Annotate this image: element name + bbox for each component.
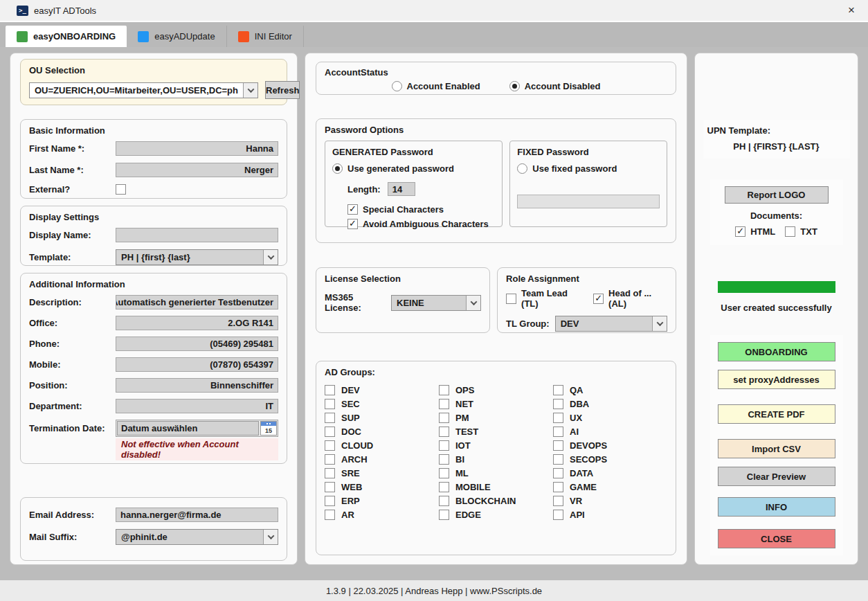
ad-group-checkbox[interactable] — [325, 510, 335, 520]
tl-group-select[interactable]: DEV — [555, 316, 667, 332]
ad-group-checkbox[interactable] — [439, 510, 449, 520]
ad-group-option[interactable]: BI — [439, 452, 553, 466]
external-checkbox[interactable] — [116, 184, 126, 195]
ad-group-checkbox[interactable] — [553, 482, 563, 492]
ad-group-option[interactable]: DEVOPS — [553, 438, 667, 452]
ad-group-option[interactable]: ERP — [325, 494, 439, 508]
ad-group-option[interactable]: TEST — [439, 424, 553, 438]
ad-group-option[interactable]: NET — [439, 397, 553, 411]
ad-group-checkbox[interactable] — [439, 385, 449, 395]
info-button[interactable]: INFO — [718, 497, 835, 517]
ad-group-option[interactable]: WEB — [325, 480, 439, 494]
ms365-license-select[interactable]: KEINE — [391, 295, 481, 311]
ad-group-option[interactable]: ML — [439, 466, 553, 480]
termination-date-input[interactable]: Datum auswählen — [117, 421, 259, 436]
termination-date-picker[interactable]: Datum auswählen 15 — [116, 420, 278, 437]
ad-group-checkbox[interactable] — [325, 399, 335, 409]
ad-group-option[interactable]: DEV — [325, 383, 439, 397]
report-logo-button[interactable]: Report LOGO — [725, 186, 829, 204]
ad-group-checkbox[interactable] — [439, 399, 449, 409]
account-disabled-radio[interactable] — [509, 81, 520, 91]
ad-group-checkbox[interactable] — [439, 482, 449, 492]
ad-group-checkbox[interactable] — [325, 482, 335, 492]
generated-password-radio[interactable] — [332, 163, 343, 174]
ad-group-checkbox[interactable] — [553, 510, 563, 520]
field-input[interactable]: IT — [116, 399, 278, 413]
account-disabled-option[interactable]: Account Disabled — [509, 81, 601, 91]
fixed-password-radio[interactable] — [517, 163, 527, 174]
create-pdf-button[interactable]: CREATE PDF — [718, 404, 835, 424]
ad-group-option[interactable]: BLOCKCHAIN — [439, 494, 553, 508]
team-lead-option[interactable]: Team Lead (TL) — [506, 288, 582, 309]
close-icon[interactable]: × — [842, 3, 861, 17]
ad-group-checkbox[interactable] — [325, 496, 335, 506]
ad-group-option[interactable]: SUP — [325, 411, 439, 424]
ad-group-checkbox[interactable] — [553, 427, 563, 437]
field-input[interactable]: (05469) 295481 — [116, 337, 278, 351]
ad-group-option[interactable]: API — [553, 508, 667, 521]
ad-group-option[interactable]: ARCH — [325, 452, 439, 466]
ad-group-checkbox[interactable] — [325, 413, 335, 423]
ad-group-option[interactable]: PM — [439, 411, 553, 424]
ad-group-option[interactable]: SEC — [325, 397, 439, 411]
txt-checkbox[interactable] — [785, 226, 795, 237]
ad-group-option[interactable]: EDGE — [439, 508, 553, 521]
ad-group-option[interactable]: QA — [553, 383, 667, 397]
first-name-input[interactable]: Hanna — [116, 141, 278, 156]
ad-group-option[interactable]: IOT — [439, 438, 553, 452]
ad-group-checkbox[interactable] — [325, 385, 335, 395]
mail-suffix-select[interactable]: @phinit.de — [116, 529, 278, 545]
ad-group-option[interactable]: AR — [325, 508, 439, 521]
ad-group-option[interactable]: UX — [553, 411, 667, 424]
length-input[interactable]: 14 — [388, 182, 415, 196]
ad-group-option[interactable]: VR — [553, 494, 667, 508]
ad-group-checkbox[interactable] — [325, 440, 335, 451]
ad-group-checkbox[interactable] — [553, 399, 563, 409]
onboarding-button[interactable]: ONBOARDING — [718, 342, 835, 361]
field-input[interactable]: Automatisch generierter Testbenutzer — [116, 295, 278, 310]
ad-group-checkbox[interactable] — [325, 468, 335, 478]
ad-group-checkbox[interactable] — [553, 454, 563, 465]
team-lead-checkbox[interactable] — [506, 294, 516, 304]
set-proxyaddresses-button[interactable]: set proxyAddresses — [718, 370, 835, 389]
ad-group-option[interactable]: DOC — [325, 424, 439, 438]
head-of-checkbox[interactable] — [593, 294, 604, 304]
special-characters-checkbox[interactable] — [347, 204, 358, 215]
template-select[interactable]: PH | {first} {last} — [116, 249, 278, 265]
import-csv-button[interactable]: Import CSV — [718, 439, 835, 458]
use-fixed-password-option[interactable]: Use fixed password — [517, 163, 660, 174]
special-characters-option[interactable]: Special Characters — [347, 204, 495, 215]
use-generated-password-option[interactable]: Use generated password — [332, 163, 495, 174]
ad-group-checkbox[interactable] — [439, 440, 449, 451]
html-checkbox[interactable] — [735, 226, 745, 237]
ad-group-checkbox[interactable] — [553, 440, 563, 451]
account-enabled-radio[interactable] — [392, 81, 402, 91]
html-option[interactable]: HTML — [735, 226, 775, 237]
ad-group-option[interactable]: GAME — [553, 480, 667, 494]
display-name-input[interactable] — [116, 228, 278, 242]
ad-group-option[interactable]: MOBILE — [439, 480, 553, 494]
ad-group-option[interactable]: DATA — [553, 466, 667, 480]
ad-group-checkbox[interactable] — [553, 385, 563, 395]
field-input[interactable]: 2.OG R141 — [116, 316, 278, 330]
field-input[interactable]: Binnenschiffer — [116, 378, 278, 393]
txt-option[interactable]: TXT — [785, 226, 817, 237]
tab-ini-editor[interactable]: INI Editor — [227, 26, 304, 47]
ad-group-checkbox[interactable] — [325, 454, 335, 465]
refresh-button[interactable]: Refresh — [265, 81, 300, 99]
account-enabled-option[interactable]: Account Enabled — [392, 81, 480, 91]
avoid-ambiguous-option[interactable]: Avoid Ambiguous Characters — [347, 219, 495, 229]
email-address-input[interactable]: hanna.nerger@firma.de — [116, 508, 278, 522]
ad-group-option[interactable]: CLOUD — [325, 438, 439, 452]
ad-group-checkbox[interactable] — [325, 427, 335, 437]
ad-group-checkbox[interactable] — [553, 468, 563, 478]
ad-group-checkbox[interactable] — [553, 413, 563, 423]
ad-group-checkbox[interactable] — [439, 454, 449, 465]
ad-group-checkbox[interactable] — [553, 496, 563, 506]
tab-easyonboarding[interactable]: easyONBOARDING — [6, 26, 127, 47]
avoid-ambiguous-checkbox[interactable] — [347, 219, 358, 229]
ad-group-option[interactable]: AI — [553, 424, 667, 438]
clear-preview-button[interactable]: Clear Preview — [718, 467, 835, 486]
ad-group-option[interactable]: SECOPS — [553, 452, 667, 466]
fixed-password-input[interactable] — [517, 195, 660, 208]
